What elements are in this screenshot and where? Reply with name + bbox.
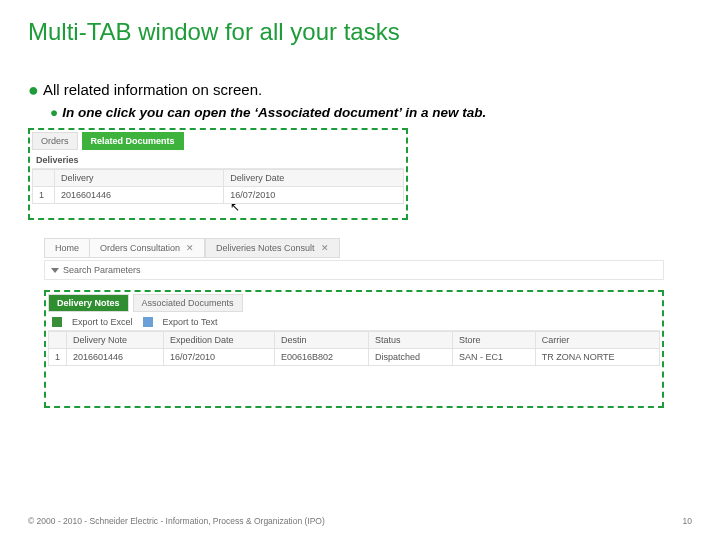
col-delivery-date: Delivery Date (224, 170, 404, 187)
cell-index: 1 (33, 187, 55, 204)
export-text-button[interactable]: Export to Text (163, 317, 218, 327)
panel2-table: Delivery Note Expedition Date Destin Sta… (48, 331, 660, 366)
cell-delivery-date: 16/07/2010 (224, 187, 404, 204)
search-parameters-bar[interactable]: Search Parameters (44, 260, 664, 280)
bullet-level1: ●All related information on screen. (28, 80, 692, 101)
tab-related-documents[interactable]: Related Documents (82, 132, 184, 150)
browser-tabstrip: Home Orders Consultation ✕ Deliveries No… (44, 238, 692, 258)
panel1-table: Delivery Delivery Date 1 2016601446 16/0… (32, 169, 404, 204)
panel1-section-deliveries: Deliveries (32, 152, 404, 169)
tab-delivery-notes[interactable]: Delivery Notes (48, 294, 129, 312)
cell-status: Dispatched (369, 349, 453, 366)
copyright-text: © 2000 - 2010 - Schneider Electric - Inf… (28, 516, 325, 526)
browser-tab-label: Deliveries Notes Consult (216, 243, 315, 253)
cell-delivery-note: 2016601446 (67, 349, 164, 366)
search-parameters-label: Search Parameters (63, 265, 141, 275)
close-icon[interactable]: ✕ (186, 243, 194, 253)
bullet-level1-text: All related information on screen. (43, 81, 262, 98)
panel2-tabrow: Delivery Notes Associated Documents (48, 294, 660, 312)
bullet-dot: ● (50, 105, 58, 120)
tab-associated-documents[interactable]: Associated Documents (133, 294, 243, 312)
text-icon (143, 317, 153, 327)
browser-tab-delivery-notes[interactable]: Deliveries Notes Consult ✕ (205, 238, 340, 258)
page-number: 10 (683, 516, 692, 526)
table-header-row: Delivery Delivery Date (33, 170, 404, 187)
col-carrier: Carrier (535, 332, 659, 349)
browser-tab-label: Orders Consultation (100, 243, 180, 253)
col-status: Status (369, 332, 453, 349)
browser-tab-label: Home (55, 243, 79, 253)
table-header-row: Delivery Note Expedition Date Destin Sta… (49, 332, 660, 349)
col-store: Store (453, 332, 536, 349)
bullet-level2-text: In one click you can open the ‘Associate… (62, 105, 486, 120)
browser-tab-orders-consultation[interactable]: Orders Consultation ✕ (89, 238, 205, 258)
cursor-icon: ↖ (230, 200, 240, 214)
tab-orders[interactable]: Orders (32, 132, 78, 150)
cell-destin: E00616B802 (274, 349, 368, 366)
cell-carrier: TR ZONA NORTE (535, 349, 659, 366)
export-excel-button[interactable]: Export to Excel (72, 317, 133, 327)
col-index (49, 332, 67, 349)
excel-icon (52, 317, 62, 327)
cell-expedition-date: 16/07/2010 (164, 349, 275, 366)
highlight-box-bottom: Delivery Notes Associated Documents Expo… (44, 290, 664, 408)
chevron-down-icon (51, 268, 59, 273)
bullet-level2: ●In one click you can open the ‘Associat… (50, 105, 692, 120)
table-row[interactable]: 1 2016601446 16/07/2010 E00616B802 Dispa… (49, 349, 660, 366)
cell-index: 1 (49, 349, 67, 366)
col-index (33, 170, 55, 187)
col-delivery: Delivery (55, 170, 224, 187)
panel1-tabrow: Orders Related Documents (32, 132, 404, 150)
highlight-box-top: Orders Related Documents Deliveries Deli… (28, 128, 408, 220)
col-delivery-note: Delivery Note (67, 332, 164, 349)
cell-delivery: 2016601446 (55, 187, 224, 204)
col-destin: Destin (274, 332, 368, 349)
col-expedition-date: Expedition Date (164, 332, 275, 349)
slide-footer: © 2000 - 2010 - Schneider Electric - Inf… (28, 516, 692, 526)
browser-tab-home[interactable]: Home (44, 238, 89, 258)
slide-title: Multi-TAB window for all your tasks (28, 18, 692, 46)
bullet-dot: ● (28, 80, 39, 100)
panel2-toolbar: Export to Excel Export to Text (48, 314, 660, 331)
close-icon[interactable]: ✕ (321, 243, 329, 253)
table-row[interactable]: 1 2016601446 16/07/2010 (33, 187, 404, 204)
cell-store: SAN - EC1 (453, 349, 536, 366)
